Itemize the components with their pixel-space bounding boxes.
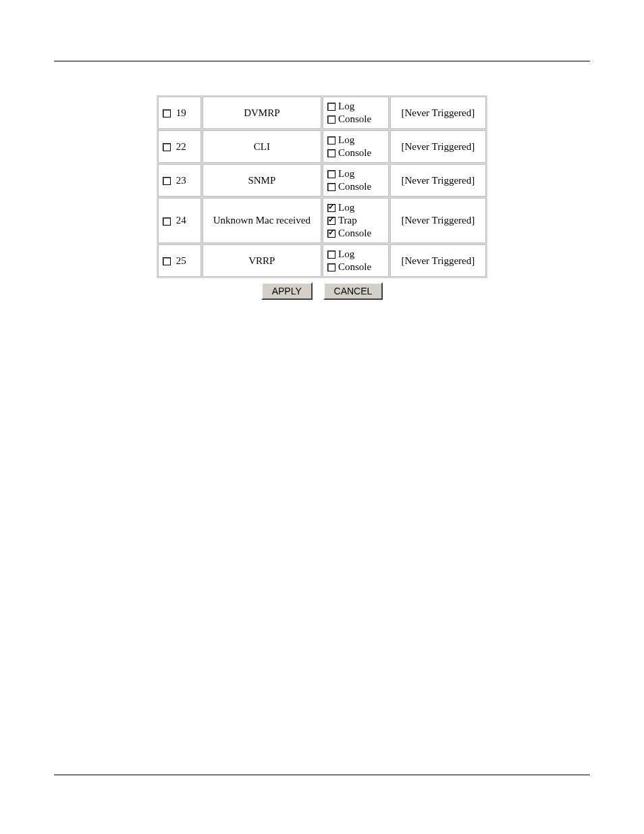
trap-checkbox[interactable]: [327, 217, 336, 225]
log-checkbox[interactable]: [327, 170, 336, 178]
event-option: Log: [327, 167, 384, 180]
log-label: Log: [338, 101, 354, 112]
event-option: Log: [327, 100, 384, 113]
event-status-cell: [Never Triggered]: [390, 164, 486, 197]
log-checkbox[interactable]: [327, 136, 336, 145]
event-enable-checkbox[interactable]: [163, 257, 171, 265]
event-status-cell: [Never Triggered]: [390, 97, 486, 129]
console-label: Console: [338, 181, 371, 192]
console-checkbox[interactable]: [327, 183, 336, 191]
table-row: 25VRRPLogConsole[Never Triggered]: [158, 244, 486, 277]
event-status: [Never Triggered]: [401, 107, 475, 118]
console-checkbox[interactable]: [327, 115, 336, 124]
log-checkbox[interactable]: [327, 103, 336, 111]
event-enable-checkbox[interactable]: [163, 109, 171, 118]
log-label: Log: [338, 249, 354, 260]
event-name-cell: VRRP: [203, 244, 321, 277]
event-status-cell: [Never Triggered]: [390, 130, 486, 163]
event-options-cell: LogConsole: [323, 164, 389, 197]
event-option: Console: [327, 113, 384, 126]
table-row: 22CLILogConsole[Never Triggered]: [158, 130, 486, 163]
event-option: Console: [327, 180, 384, 193]
event-option: Console: [327, 261, 384, 273]
event-name-cell: SNMP: [203, 164, 321, 197]
event-enable-checkbox[interactable]: [163, 143, 171, 151]
event-status: [Never Triggered]: [401, 175, 475, 186]
event-status: [Never Triggered]: [401, 255, 475, 266]
console-checkbox[interactable]: [327, 230, 336, 238]
event-id: 23: [176, 175, 186, 186]
events-table: 19DVMRPLogConsole[Never Triggered] 22CLI…: [157, 95, 487, 278]
event-status: [Never Triggered]: [401, 141, 475, 152]
log-label: Log: [338, 168, 354, 180]
event-options-cell: LogTrapConsole: [323, 198, 389, 243]
log-label: Log: [338, 134, 354, 146]
event-id: 19: [176, 107, 186, 118]
event-id-cell: 24: [158, 198, 201, 243]
event-option: Log: [327, 248, 384, 261]
cancel-button[interactable]: CANCEL: [323, 282, 383, 300]
console-label: Console: [338, 147, 371, 159]
event-enable-checkbox[interactable]: [163, 217, 171, 226]
footer-rule: [54, 775, 590, 775]
event-option: Log: [327, 201, 384, 214]
table-row: 19DVMRPLogConsole[Never Triggered]: [158, 97, 486, 129]
event-option: Trap: [327, 214, 384, 227]
button-row: APPLY CANCEL: [157, 282, 487, 300]
trap-label: Trap: [338, 215, 357, 226]
event-id-cell: 22: [158, 130, 201, 163]
table-row: 24Unknown Mac receivedLogTrapConsole[Nev…: [158, 198, 486, 243]
console-checkbox[interactable]: [327, 263, 336, 271]
event-name-cell: CLI: [203, 130, 321, 163]
log-label: Log: [338, 202, 354, 213]
table-row: 23SNMPLogConsole[Never Triggered]: [158, 164, 486, 197]
event-id-cell: 23: [158, 164, 201, 197]
event-name-cell: Unknown Mac received: [203, 198, 321, 243]
log-checkbox[interactable]: [327, 204, 336, 212]
event-name: CLI: [254, 141, 270, 152]
event-name: SNMP: [248, 175, 275, 186]
event-option: Console: [327, 227, 384, 240]
event-options-cell: LogConsole: [323, 97, 389, 129]
event-id-cell: 19: [158, 97, 201, 129]
event-enable-checkbox[interactable]: [163, 177, 171, 185]
event-id: 25: [176, 255, 186, 266]
log-checkbox[interactable]: [327, 251, 336, 259]
event-options-cell: LogConsole: [323, 130, 389, 163]
event-id: 24: [176, 215, 186, 226]
event-options-cell: LogConsole: [323, 244, 389, 277]
event-name: DVMRP: [244, 107, 279, 118]
console-label: Console: [338, 113, 371, 125]
event-name-cell: DVMRP: [203, 97, 321, 129]
event-status: [Never Triggered]: [401, 215, 475, 226]
event-status-cell: [Never Triggered]: [390, 198, 486, 243]
event-option: Log: [327, 134, 384, 147]
console-checkbox[interactable]: [327, 149, 336, 157]
events-table-container: 19DVMRPLogConsole[Never Triggered] 22CLI…: [157, 95, 487, 300]
apply-button[interactable]: APPLY: [261, 282, 313, 300]
event-status-cell: [Never Triggered]: [390, 244, 486, 277]
event-id-cell: 25: [158, 244, 201, 277]
event-name: Unknown Mac received: [213, 215, 311, 226]
header-rule: [54, 61, 590, 61]
console-label: Console: [338, 261, 371, 273]
console-label: Console: [338, 228, 371, 239]
event-id: 22: [176, 141, 186, 152]
event-option: Console: [327, 147, 384, 159]
event-name: VRRP: [248, 255, 275, 266]
